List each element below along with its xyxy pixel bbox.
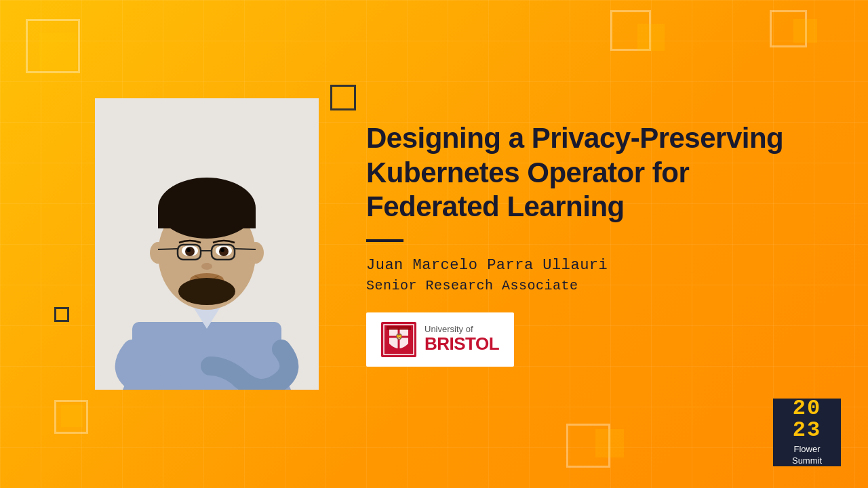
svg-rect-7 [158,208,256,228]
speaker-photo-section [95,98,319,390]
speaker-role: Senior Research Associate [366,278,827,293]
summit-year: 20 23 [793,398,821,441]
svg-point-8 [150,242,166,264]
svg-rect-28 [387,326,411,330]
university-of-label: University of [425,325,499,334]
svg-point-9 [248,242,264,264]
svg-point-14 [186,248,191,252]
photo-frame [95,98,319,390]
university-logo-box: 🦁 University of BRISTOL [366,312,514,367]
svg-line-19 [158,249,178,249]
university-name: BRISTOL [425,334,499,354]
svg-point-23 [178,278,235,305]
content-section: Designing a Privacy-Preserving Kubernete… [319,121,868,366]
svg-line-20 [235,249,256,249]
deco-square-6 [793,19,817,43]
speaker-photo [95,98,319,390]
summit-label: FlowerSummit [792,444,822,467]
svg-point-21 [201,263,212,270]
title-divider [366,239,403,242]
summit-badge: 20 23 FlowerSummit [773,399,841,466]
deco-square-8 [61,405,83,427]
slide-background: Designing a Privacy-Preserving Kubernete… [0,0,868,488]
university-crest-icon: 🦁 [381,322,416,357]
university-text: University of BRISTOL [425,325,499,354]
photo-deco-square-left [54,307,69,322]
deco-square-2 [39,33,77,70]
svg-point-15 [220,248,224,252]
photo-deco-square-top [330,85,356,110]
talk-title: Designing a Privacy-Preserving Kubernete… [366,121,827,224]
deco-square-10 [595,429,624,458]
speaker-name: Juan Marcelo Parra Ullauri [366,257,827,274]
svg-text:🦁: 🦁 [395,333,403,341]
deco-square-4 [637,24,665,51]
summit-year-line2: 23 [793,418,821,443]
